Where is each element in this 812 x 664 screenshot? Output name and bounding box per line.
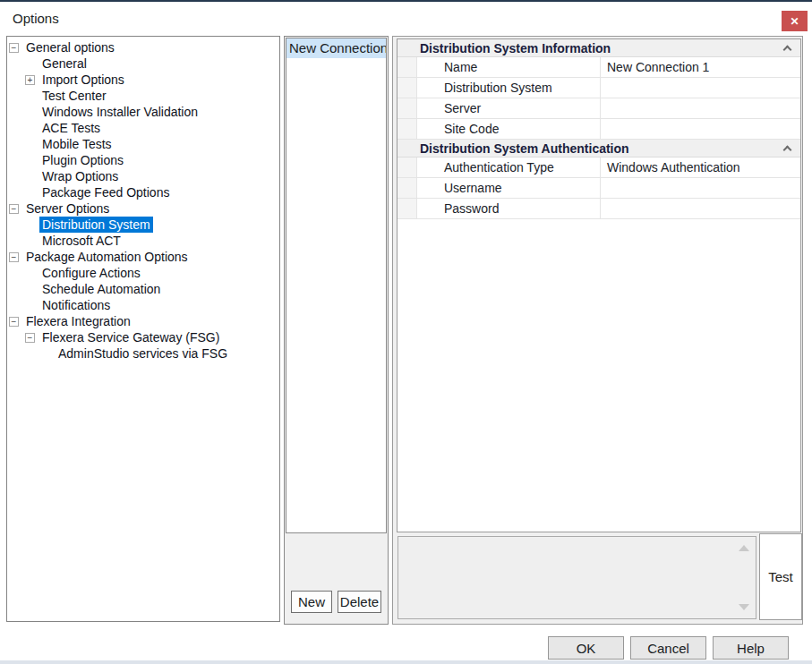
tree-item-label: General options [23, 39, 117, 55]
section-header-distribution-system-authentication[interactable]: Distribution System Authentication [397, 140, 800, 157]
connections-list[interactable]: New Connection 1 [286, 38, 387, 533]
section-title: Distribution System Information [420, 41, 611, 55]
tree-item-label: ACE Tests [39, 120, 103, 136]
connections-panel: New Connection 1 New Delete [284, 36, 389, 625]
row-gutter [397, 119, 417, 139]
property-value-username[interactable] [601, 178, 800, 198]
property-row-username: Username [397, 178, 800, 199]
tree-item-plugin-options[interactable]: Plugin Options [7, 152, 279, 168]
tree-item-label: Package Feed Options [39, 184, 172, 200]
property-grid: Distribution System InformationNameNew C… [397, 38, 801, 532]
options-dialog: Options ✕ −General optionsGeneral+Import… [0, 0, 812, 664]
tree-item-label: Package Automation Options [23, 249, 191, 265]
close-icon: ✕ [790, 15, 799, 28]
window-title: Options [13, 11, 59, 26]
property-value-password[interactable] [601, 199, 800, 218]
tree-item-general-options[interactable]: −General options [7, 39, 279, 55]
tree-item-label: Flexera Service Gateway (FSG) [39, 329, 222, 345]
help-button[interactable]: Help [713, 636, 789, 660]
cancel-button[interactable]: Cancel [630, 636, 706, 660]
property-value-distribution-system[interactable] [601, 78, 800, 98]
tree-item-package-automation-options[interactable]: −Package Automation Options [7, 249, 279, 265]
property-row-name: NameNew Connection 1 [397, 57, 800, 78]
tree-item-label: Schedule Automation [39, 281, 163, 297]
tree-item-label: Distribution System [39, 217, 153, 233]
tree-item-label: General [39, 55, 90, 72]
chevron-up-icon[interactable] [783, 46, 792, 55]
scroll-down-icon[interactable] [739, 604, 749, 610]
property-label: Authentication Type [417, 157, 601, 177]
tree-item-test-center[interactable]: Test Center [7, 88, 279, 104]
property-label: Server [417, 98, 601, 118]
tree-item-wrap-options[interactable]: Wrap Options [7, 168, 279, 184]
tree-item-package-feed-options[interactable]: Package Feed Options [7, 184, 279, 200]
tree-item-notifications[interactable]: Notifications [7, 297, 279, 313]
delete-button[interactable]: Delete [338, 591, 381, 613]
scroll-up-icon[interactable] [739, 545, 749, 551]
options-tree: −General optionsGeneral+Import OptionsTe… [6, 36, 280, 622]
property-row-site-code: Site Code [397, 119, 800, 140]
tree-item-label: Mobile Tests [39, 136, 115, 152]
expand-icon[interactable]: + [25, 75, 35, 85]
tree-item-server-options[interactable]: −Server Options [7, 200, 279, 217]
property-row-password: Password [397, 199, 800, 219]
tree-item-windows-installer-validation[interactable]: Windows Installer Validation [7, 104, 279, 120]
tree-item-label: Windows Installer Validation [39, 104, 201, 120]
property-label: Site Code [417, 119, 601, 139]
tree-item-mobile-tests[interactable]: Mobile Tests [7, 136, 279, 152]
test-button[interactable]: Test [759, 533, 802, 620]
property-row-server: Server [397, 98, 800, 119]
tree-item-configure-actions[interactable]: Configure Actions [7, 265, 279, 281]
row-gutter [397, 78, 417, 98]
tree-item-flexera-service-gateway-fsg[interactable]: −Flexera Service Gateway (FSG) [7, 329, 279, 345]
chevron-up-icon[interactable] [783, 146, 792, 155]
tree-item-label: Wrap Options [39, 168, 121, 184]
tree-item-adminstudio-services-via-fsg[interactable]: AdminStudio services via FSG [7, 345, 279, 362]
tree-item-label: Flexera Integration [23, 313, 133, 329]
tree-item-label: Server Options [23, 200, 112, 217]
property-value-site-code[interactable] [601, 119, 800, 139]
tree-item-distribution-system[interactable]: Distribution System [7, 217, 279, 233]
property-value-authentication-type[interactable]: Windows Authentication [601, 157, 800, 177]
property-label: Password [417, 199, 601, 218]
tree-item-microsoft-act[interactable]: Microsoft ACT [7, 233, 279, 249]
row-gutter [397, 98, 417, 118]
tree-item-ace-tests[interactable]: ACE Tests [7, 120, 279, 136]
row-gutter [397, 157, 417, 177]
tree-item-flexera-integration[interactable]: −Flexera Integration [7, 313, 279, 329]
property-label: Username [417, 178, 601, 198]
collapse-icon[interactable]: − [25, 333, 35, 343]
tree-item-import-options[interactable]: +Import Options [7, 72, 279, 88]
test-result-box[interactable] [397, 536, 756, 619]
ok-button[interactable]: OK [548, 636, 624, 660]
row-gutter [397, 178, 417, 198]
distribution-system-panel: Distribution System InformationNameNew C… [392, 36, 803, 625]
collapse-icon[interactable]: − [9, 317, 19, 327]
close-button[interactable]: ✕ [782, 11, 808, 31]
tree-item-label: Configure Actions [39, 265, 143, 281]
new-button[interactable]: New [291, 591, 332, 613]
property-value-name[interactable]: New Connection 1 [601, 57, 800, 77]
collapse-icon[interactable]: − [9, 43, 19, 53]
collapse-icon[interactable]: − [9, 204, 19, 214]
tree-item-label: Test Center [39, 88, 109, 104]
connection-list-item[interactable]: New Connection 1 [286, 38, 386, 58]
collapse-icon[interactable]: − [9, 252, 19, 262]
tree-item-general[interactable]: General [7, 55, 279, 72]
property-row-authentication-type: Authentication TypeWindows Authenticatio… [397, 157, 800, 178]
tree-item-label: Plugin Options [39, 152, 126, 168]
property-label: Distribution System [417, 78, 601, 98]
section-header-distribution-system-information[interactable]: Distribution System Information [397, 39, 800, 57]
tree-item-label: Notifications [39, 297, 113, 313]
window-bottom-edge [0, 660, 812, 664]
property-value-server[interactable] [601, 98, 800, 118]
row-gutter [397, 57, 417, 77]
tree-item-label: Microsoft ACT [39, 233, 124, 249]
property-label: Name [417, 57, 601, 77]
tree-item-label: AdminStudio services via FSG [56, 345, 230, 362]
row-gutter [397, 199, 417, 218]
property-row-distribution-system: Distribution System [397, 78, 800, 98]
tree-item-label: Import Options [39, 72, 127, 88]
section-title: Distribution System Authentication [420, 141, 629, 156]
tree-item-schedule-automation[interactable]: Schedule Automation [7, 281, 279, 297]
